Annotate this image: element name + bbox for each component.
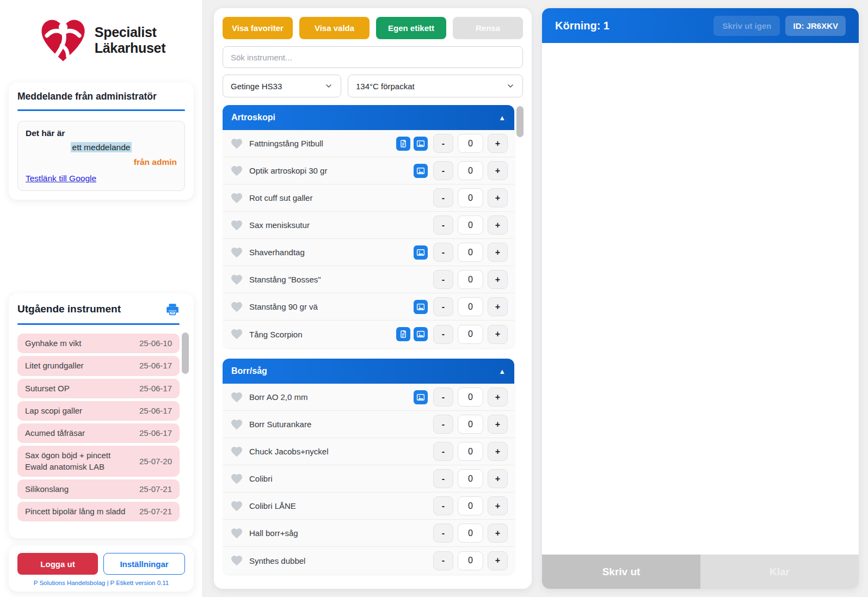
reprint-button[interactable]: Skriv ut igen (713, 16, 780, 36)
print-button[interactable]: Skriv ut (542, 555, 700, 589)
increase-button[interactable]: + (488, 387, 508, 407)
decrease-button[interactable]: - (433, 442, 453, 461)
printer-icon[interactable] (165, 302, 180, 316)
logout-button[interactable]: Logga ut (17, 553, 98, 575)
instrument-row: Stanstång "Bosses" - 0 + (223, 266, 514, 293)
favorite-heart-icon[interactable] (230, 137, 243, 150)
outgoing-title: Utgående instrument (17, 303, 121, 315)
quantity-value: 0 (458, 469, 483, 488)
quantity-value: 0 (458, 188, 483, 207)
decrease-button[interactable]: - (433, 161, 453, 180)
favorite-heart-icon[interactable] (230, 192, 243, 205)
favorite-heart-icon[interactable] (230, 328, 243, 341)
increase-button[interactable]: + (488, 243, 508, 262)
increase-button[interactable]: + (488, 325, 508, 344)
increase-button[interactable]: + (488, 297, 508, 316)
image-icon[interactable] (414, 164, 428, 178)
row-icons (414, 164, 428, 178)
program-select[interactable]: 134°C förpackat (348, 75, 523, 97)
print-run-footer: Skriv ut Klar (542, 555, 859, 589)
image-icon[interactable] (414, 390, 428, 404)
favorite-heart-icon[interactable] (230, 554, 243, 567)
document-icon[interactable] (396, 327, 410, 341)
increase-button[interactable]: + (488, 270, 508, 289)
decrease-button[interactable]: - (433, 387, 453, 407)
favorite-heart-icon[interactable] (230, 418, 243, 431)
increase-button[interactable]: + (488, 442, 508, 461)
favorite-heart-icon[interactable] (230, 219, 243, 232)
instrument-name: Colibri (249, 474, 428, 483)
autoclave-select[interactable]: Getinge HS33 (223, 75, 341, 97)
section-title: Borr/såg (231, 366, 267, 376)
quantity-value: 0 (458, 551, 483, 570)
instrument-name: Synthes dubbel (249, 556, 428, 565)
search-input[interactable] (223, 46, 523, 68)
decrease-button[interactable]: - (433, 524, 453, 543)
decrease-button[interactable]: - (433, 216, 453, 235)
image-icon[interactable] (414, 137, 428, 151)
increase-button[interactable]: + (488, 496, 508, 515)
favorite-heart-icon[interactable] (230, 273, 243, 286)
decrease-button[interactable]: - (433, 134, 453, 153)
favorite-heart-icon[interactable] (230, 527, 243, 540)
decrease-button[interactable]: - (433, 270, 453, 289)
action-button-row: Visa favoriter Visa valda Egen etikett R… (223, 17, 523, 39)
instrument-row: Chuck Jacobs+nyckel - 0 + (223, 438, 514, 465)
favorite-heart-icon[interactable] (230, 391, 243, 404)
show-selected-button[interactable]: Visa valda (299, 17, 370, 39)
decrease-button[interactable]: - (433, 188, 453, 207)
sections-scrollbar-thumb[interactable] (516, 106, 524, 137)
decrease-button[interactable]: - (433, 297, 453, 316)
section-header[interactable]: Borr/såg ▲ (223, 359, 514, 384)
decrease-button[interactable]: - (433, 243, 453, 262)
decrease-button[interactable]: - (433, 415, 453, 434)
outgoing-scrollbar-thumb[interactable] (182, 333, 189, 374)
row-icons (396, 137, 428, 151)
section-header[interactable]: Artroskopi ▲ (223, 105, 514, 130)
decrease-button[interactable]: - (433, 551, 453, 570)
decrease-button[interactable]: - (433, 469, 453, 488)
collapse-up-icon[interactable]: ▲ (498, 114, 506, 122)
clear-button[interactable]: Rensa (453, 17, 523, 39)
outgoing-item-date: 25-07-21 (139, 506, 172, 517)
instrument-name: Chuck Jacobs+nyckel (249, 447, 428, 456)
decrease-button[interactable]: - (433, 325, 453, 344)
test-link[interactable]: Testlänk till Google (26, 174, 96, 183)
increase-button[interactable]: + (488, 188, 508, 207)
increase-button[interactable]: + (488, 161, 508, 180)
image-icon[interactable] (414, 300, 428, 314)
custom-label-button[interactable]: Egen etikett (376, 17, 446, 39)
increase-button[interactable]: + (488, 469, 508, 488)
divider (17, 109, 185, 111)
instrument-name: Rot cuff sut galler (249, 193, 428, 202)
image-icon[interactable] (414, 245, 428, 260)
document-icon[interactable] (396, 137, 410, 151)
row-icons (396, 327, 428, 341)
outgoing-item: Gynhake m vikt 25-06-10 (17, 334, 180, 353)
image-icon[interactable] (414, 327, 428, 341)
favorite-heart-icon[interactable] (230, 500, 243, 513)
increase-button[interactable]: + (488, 134, 508, 153)
done-button[interactable]: Klar (700, 555, 859, 589)
outgoing-item: Silikonslang 25-07-21 (17, 479, 180, 499)
show-favorites-button[interactable]: Visa favoriter (223, 17, 293, 39)
favorite-heart-icon[interactable] (230, 164, 243, 177)
message-line-2: ett meddelande (26, 143, 177, 152)
outgoing-item-name: Litet grundgaller (25, 360, 84, 371)
favorite-heart-icon[interactable] (230, 445, 243, 458)
increase-button[interactable]: + (488, 415, 508, 434)
increase-button[interactable]: + (488, 551, 508, 570)
favorite-heart-icon[interactable] (230, 472, 243, 485)
settings-button[interactable]: Inställningar (103, 553, 185, 575)
favorite-heart-icon[interactable] (230, 246, 243, 259)
increase-button[interactable]: + (488, 524, 508, 543)
decrease-button[interactable]: - (433, 496, 453, 515)
collapse-up-icon[interactable]: ▲ (498, 367, 506, 376)
instrument-sections: Artroskopi ▲ Fattningstång Pitbull (223, 105, 523, 580)
instrument-name: Borr AO 2,0 mm (249, 392, 414, 402)
instrument-name: Tång Scorpion (249, 330, 396, 339)
increase-button[interactable]: + (488, 216, 508, 235)
admin-message-body: Det här är ett meddelande från admin Tes… (17, 121, 185, 191)
favorite-heart-icon[interactable] (230, 300, 243, 313)
outgoing-item-name: Pincett bipolär lång m sladd (25, 506, 125, 517)
